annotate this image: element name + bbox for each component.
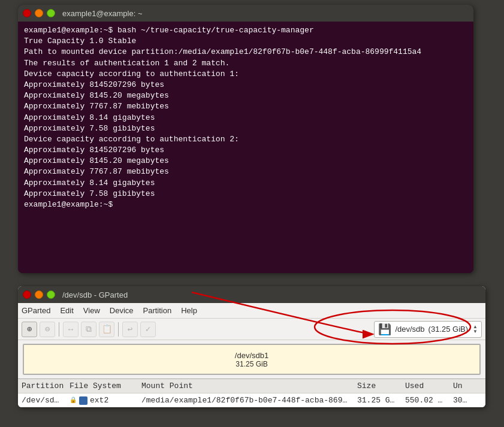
partition-visual-size: 31.25 GiB [236,360,267,368]
terminal-line: Approximately 7.58 gibibytes [24,189,467,199]
table-header-mount-point: Mount Point [138,380,354,392]
table-cell-partition: /dev/sdb1 [18,395,66,406]
menu-item-help[interactable]: Help [180,306,198,315]
gparted-close-button[interactable] [23,290,31,299]
gparted-title: /dev/sdb - GParted [62,290,128,299]
terminal-line: Approximately 8145.20 megabytes [24,90,467,101]
paste-button[interactable]: 📋 [99,322,114,337]
resize-button[interactable]: ↔ [63,322,79,337]
menu-item-device[interactable]: Device [108,306,135,315]
terminal-line: Path to mounted device partition:/media/… [24,47,467,57]
device-spinner[interactable]: ▲ ▼ [473,325,478,334]
terminal-titlebar: example1@example: ~ [18,5,473,22]
terminal-line: The results of authentication 1 and 2 ma… [24,58,467,69]
table-header-un: Un [449,380,473,392]
table-cell-used: 550.02 MiB [402,395,449,406]
terminal-line: Approximately 8145207296 bytes [24,145,467,156]
terminal-line: example1@example:~$ [24,199,467,210]
table-header-size: Size [354,380,402,392]
table-cell-mountpoint: /media/example1/82f0f67b-b0e7-448f-acba-… [138,395,354,406]
spinner-down-icon[interactable]: ▼ [473,329,478,334]
terminal-line: Approximately 7.58 gibibytes [24,123,467,134]
delete-button[interactable]: ⊖ [40,322,55,337]
apply-button[interactable]: ✓ [140,322,156,337]
undo-button[interactable]: ↩ [122,322,138,337]
toolbar-left: ⊕ ⊖ ↔ ⧉ 📋 ↩ ✓ [22,322,156,337]
gparted-titlebar: /dev/sdb - GParted [18,286,485,303]
device-name: /dev/sdb [395,325,424,334]
terminal-line: Approximately 7767.87 mebibytes [24,166,467,177]
terminal-line: Device capacity according to authenticat… [24,134,467,145]
table-cell-unused: 30.7 [449,395,473,406]
menu-item-view[interactable]: View [82,306,101,315]
table-row: /dev/sdb1🔒ext2/media/example1/82f0f67b-b… [18,393,485,407]
toolbar-separator-1 [59,322,59,337]
device-icon: 💾 [378,323,391,336]
copy-button[interactable]: ⧉ [81,322,96,337]
table-header-partition: Partition [18,380,66,392]
lock-icon: 🔒 [70,397,77,404]
partition-table-header: PartitionFile SystemMount PointSizeUsedU… [18,378,485,393]
table-header-file-system: File System [66,380,138,392]
terminal-line: Approximately 8.14 gigabytes [24,113,467,123]
gparted-toolbar: ⊕ ⊖ ↔ ⧉ 📋 ↩ ✓ 💾 /dev/sdb (31.25 GiB) ▲ ▼ [18,319,485,340]
gparted-maximize-button[interactable] [47,290,55,299]
gparted-window: /dev/sdb - GParted GPartedEditViewDevice… [18,286,485,407]
table-cell-filesystem: 🔒ext2 [66,395,138,406]
close-button[interactable] [23,9,31,17]
menu-item-partition[interactable]: Partition [142,306,173,315]
terminal-body[interactable]: example1@example:~$ bash ~/true-capacity… [18,22,473,273]
partition-visual: /dev/sdb1 31.25 GiB [23,344,481,375]
terminal-line: Approximately 7767.87 mebibytes [24,101,467,112]
new-partition-button[interactable]: ⊕ [22,322,37,337]
terminal-line: True Capacity 1.0 Stable [24,36,467,47]
menu-item-gparted[interactable]: GParted [20,306,52,315]
terminal-line: Device capacity according to authenticat… [24,69,467,80]
partition-visual-label: /dev/sdb1 [235,351,268,360]
terminal-line: Approximately 8145.20 megabytes [24,156,467,166]
terminal-line: Approximately 8145207296 bytes [24,80,467,90]
toolbar-separator-2 [118,322,119,337]
gparted-minimize-button[interactable] [35,290,43,299]
gparted-menubar: GPartedEditViewDevicePartitionHelp [18,303,485,319]
device-selector[interactable]: 💾 /dev/sdb (31.25 GiB) ▲ ▼ [374,321,482,338]
terminal-window: example1@example: ~ example1@example:~$ … [18,5,473,273]
table-header-used: Used [402,380,449,392]
table-cell-size: 31.25 GiB [354,395,402,406]
device-size: (31.25 GiB) [428,325,468,334]
terminal-line: Approximately 8.14 gigabytes [24,178,467,189]
minimize-button[interactable] [35,9,43,17]
filesystem-icon [79,396,87,405]
terminal-line: example1@example:~$ bash ~/true-capacity… [24,25,467,36]
menu-item-edit[interactable]: Edit [59,306,74,315]
terminal-title: example1@example: ~ [62,9,143,18]
maximize-button[interactable] [47,9,55,17]
